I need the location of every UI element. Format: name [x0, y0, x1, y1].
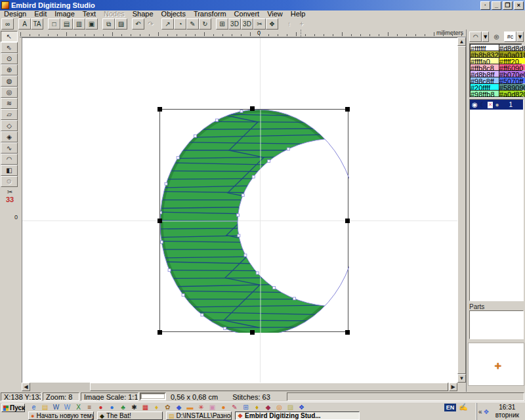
adjust-stitches-button[interactable]: ✂: [253, 18, 266, 30]
selection-handle[interactable]: [345, 107, 350, 112]
palette-color[interactable]: #a0a018: [499, 51, 525, 57]
outline-hole-tool-button[interactable]: ◎: [1, 87, 18, 98]
task-button-2[interactable]: ◆The Bat!: [97, 411, 163, 420]
parts-list[interactable]: [469, 310, 524, 339]
shape-nodes-tool-button[interactable]: ◈: [1, 131, 18, 142]
vertical-scrollbar[interactable]: ▲ ▼: [457, 37, 466, 383]
sew-simulator-button[interactable]: ⊞: [216, 18, 228, 30]
quick-launch-icon-22[interactable]: ◆: [263, 403, 273, 412]
quick-launch-icon-9[interactable]: ♣: [118, 403, 128, 412]
text-transform-button[interactable]: TA: [31, 18, 43, 30]
minimize-button[interactable]: _: [492, 1, 501, 10]
quick-launch-icon-19[interactable]: ✎: [230, 403, 240, 412]
column-tool-button[interactable]: ▱: [1, 109, 18, 120]
design-canvas[interactable]: [22, 37, 457, 383]
fill-stitches-tool-button[interactable]: ≋: [1, 98, 18, 109]
visibility-icon[interactable]: ◉: [472, 101, 478, 108]
quick-launch-icon-7[interactable]: ●: [96, 403, 106, 412]
view-3d-stitches-button[interactable]: 3D: [241, 18, 253, 30]
selection-handle[interactable]: [158, 330, 162, 335]
selection-handle[interactable]: [158, 107, 162, 112]
menu-help[interactable]: Help: [287, 10, 310, 18]
quick-launch-icon-23[interactable]: ◎: [274, 403, 284, 412]
palette-color[interactable]: #589090: [499, 84, 525, 90]
menu-shape[interactable]: Shape: [129, 10, 158, 18]
zigzag-tool-button[interactable]: ∿: [1, 142, 18, 154]
arc-tool-button[interactable]: ◠: [1, 154, 18, 165]
menu-edit[interactable]: Edit: [30, 10, 51, 18]
menu-image[interactable]: Image: [51, 10, 79, 18]
quick-launch-icon-16[interactable]: ✳: [196, 403, 206, 412]
task-button-1[interactable]: ●Начать новую тему :: B...: [28, 411, 94, 420]
horizontal-scrollbar[interactable]: ◀ ▶: [22, 383, 457, 392]
measure-button[interactable]: ✎: [186, 18, 199, 30]
quick-launch-icon-15[interactable]: ▬: [185, 403, 195, 412]
copy-button[interactable]: ⧉: [102, 18, 115, 30]
quick-launch-icon-14[interactable]: ◆: [174, 403, 184, 412]
undo-button[interactable]: ↶: [132, 18, 144, 30]
start-button[interactable]: Пуск: [1, 404, 25, 412]
selection-handle[interactable]: [250, 106, 255, 111]
menu-transform[interactable]: Transform: [190, 10, 230, 18]
scroll-right-button[interactable]: ▶: [449, 383, 457, 391]
close-button[interactable]: ×: [514, 1, 524, 10]
view-3d-button[interactable]: 3D: [228, 18, 241, 30]
selection-bounding-box[interactable]: [159, 109, 348, 332]
palette-color[interactable]: #b8b832: [471, 51, 499, 57]
quick-launch-icon-11[interactable]: ▦: [140, 403, 150, 412]
scroll-up-button[interactable]: ▲: [457, 37, 466, 46]
quick-launch-icon-24[interactable]: ▨: [285, 403, 295, 412]
menu-objects[interactable]: Objects: [158, 10, 190, 18]
palette-color[interactable]: #5070ff: [499, 77, 525, 83]
palette-color[interactable]: #b070e0: [499, 71, 525, 77]
new-file-button[interactable]: □: [48, 18, 60, 30]
menu-view[interactable]: View: [263, 10, 287, 18]
quick-launch-icon-3[interactable]: W: [51, 403, 61, 412]
mdi-minimize-button[interactable]: ·: [480, 1, 490, 10]
quick-launch-icon-4[interactable]: W: [62, 403, 72, 412]
palette-color[interactable]: #ff6090: [499, 64, 525, 70]
pattern-selector[interactable]: #c: [504, 32, 516, 42]
horizontal-scroll-thumb[interactable]: [90, 383, 448, 391]
menu-design[interactable]: Design: [0, 10, 30, 18]
restore-button[interactable]: ❐: [503, 1, 513, 10]
curve-style-dropdown-arrow[interactable]: ▼: [482, 32, 489, 42]
machine-button[interactable]: ◎: [491, 32, 501, 42]
selection-handle[interactable]: [250, 330, 255, 335]
quick-launch-icon-1[interactable]: e: [29, 403, 39, 412]
selection-handle[interactable]: [158, 219, 162, 223]
quick-launch-icon-18[interactable]: ●: [219, 403, 228, 412]
quick-launch-icon-8[interactable]: ●: [107, 403, 117, 412]
select-curve-button[interactable]: ↗: [161, 18, 174, 30]
quick-launch-icon-17[interactable]: ▣: [207, 403, 217, 412]
menu-text[interactable]: Text: [79, 10, 100, 18]
quick-launch-icon-13[interactable]: ✿: [163, 403, 173, 412]
zoom-tool-button[interactable]: ⊙: [1, 53, 18, 64]
menu-convert[interactable]: Convert: [230, 10, 264, 18]
palette-color[interactable]: #a0d820: [499, 91, 525, 96]
language-indicator[interactable]: EN: [444, 404, 456, 411]
curve-style-button[interactable]: ◠: [469, 32, 482, 42]
tray-app-icon[interactable]: ❖: [484, 408, 490, 415]
palette-color[interactable]: #20ffff: [471, 84, 499, 90]
palette-color[interactable]: #d8d8d8: [499, 45, 525, 51]
quick-launch-icon-20[interactable]: ⊞: [241, 403, 251, 412]
scroll-down-button[interactable]: ▼: [457, 374, 466, 383]
open-file-button[interactable]: ▤: [60, 18, 73, 30]
hand-icon[interactable]: ✍: [459, 403, 468, 411]
save-file-button[interactable]: ▣: [85, 18, 98, 30]
palette-color[interactable]: #ffffa0: [471, 58, 499, 64]
palette-color[interactable]: #d8b8ff: [471, 71, 499, 77]
palette-color[interactable]: #ffff20: [499, 58, 525, 64]
quick-launch-icon-6[interactable]: ≡: [85, 403, 94, 412]
browse-designs-button[interactable]: ∞: [1, 18, 14, 30]
palette-color[interactable]: #98c8ff: [471, 77, 499, 83]
quick-launch-icon-12[interactable]: ♦: [152, 403, 161, 412]
paste-button[interactable]: ▨: [115, 18, 127, 30]
object-list[interactable]: ◉ ☾ ✕ ● 1: [469, 99, 524, 301]
selection-handle[interactable]: [345, 219, 350, 223]
image-options-button[interactable]: ❖: [266, 18, 278, 30]
freehand-fill-tool-button[interactable]: ◍: [1, 75, 18, 87]
crescent-design-object[interactable]: [160, 110, 349, 333]
rotate-button[interactable]: ↻: [199, 18, 211, 30]
